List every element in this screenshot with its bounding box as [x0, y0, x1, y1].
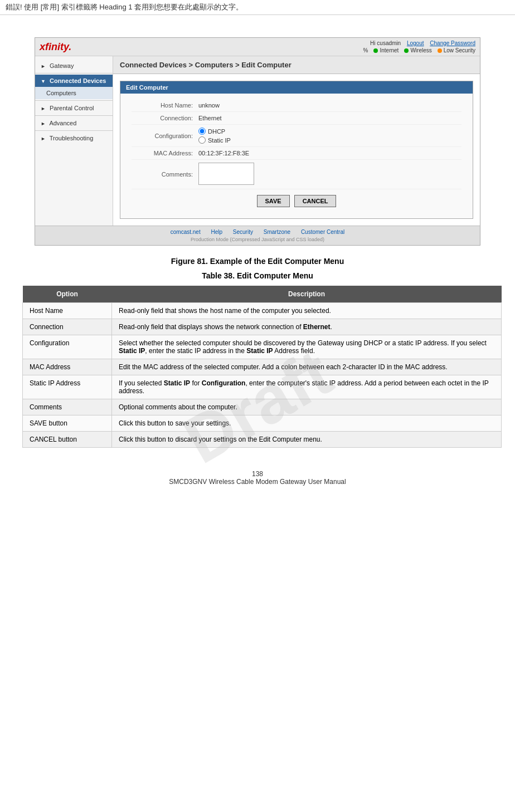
table-row: SAVE buttonClick this button to save you… [23, 415, 502, 432]
page-footer: 138 SMCD3GNV Wireless Cable Modem Gatewa… [22, 470, 493, 497]
comments-label: Comments: [132, 171, 198, 178]
table-cell-description: Read-only field that displays shows the … [112, 319, 502, 335]
page-content: xfinity. Hi cusadmin Logout Change Passw… [0, 15, 515, 508]
radio-static-label: Static IP [208, 137, 231, 144]
internet-label: Internet [380, 47, 399, 53]
form-buttons: SAVE CANCEL [132, 189, 461, 213]
sidebar-item-label: Parental Control [50, 105, 94, 111]
table-cell-option: Host Name [23, 303, 112, 319]
form-row-configuration: Configuration: DHCP Static IP [132, 125, 461, 147]
table-row: ConfigurationSelect whether the selected… [23, 335, 502, 359]
error-banner: 錯誤! 使用 [常用] 索引標籤將 Heading 1 套用到您想要在此處顯示的… [0, 0, 515, 15]
radio-dhcp-label: DHCP [208, 128, 225, 135]
footer-link-help[interactable]: Help [211, 229, 222, 235]
chevron-right-icon: ► [41, 121, 46, 126]
radio-static-input[interactable] [198, 136, 206, 144]
radio-group-config: DHCP Static IP [198, 128, 231, 144]
sidebar-item-label: Advanced [49, 120, 76, 126]
prod-mode-text: Production Mode (Compressed JavaScript a… [38, 237, 477, 242]
table-cell-option: Comments [23, 399, 112, 415]
table-cell-description: Select whether the selected computer sho… [112, 335, 502, 359]
page-heading: Connected Devices > Computers > Edit Com… [113, 56, 480, 74]
table-cell-description: Read-only field that shows the host name… [112, 303, 502, 319]
edit-computer-title: Edit Computer [120, 81, 473, 94]
percent-status: % [363, 47, 368, 53]
router-main: Connected Devices > Computers > Edit Com… [113, 56, 480, 226]
page-number: 138 [22, 470, 493, 478]
sidebar-divider-3 [35, 115, 113, 116]
internet-dot [373, 48, 378, 53]
footer-links: comcast.net Help Security Smartzone Cust… [38, 229, 477, 235]
table-cell-option: Static IP Address [23, 375, 112, 399]
form-row-mac: MAC Address: 00:12:3F:12:F8:3E [132, 147, 461, 160]
table-row: MAC AddressEdit the MAC address of the s… [23, 359, 502, 375]
sidebar-item-gateway[interactable]: ► Gateway [35, 60, 113, 72]
cancel-button[interactable]: CANCEL [294, 195, 337, 207]
table-row: ConnectionRead-only field that displays … [23, 319, 502, 335]
status-bar: % Internet Wireless Low Security [363, 47, 475, 53]
table-cell-description: Click this button to discard your settin… [112, 432, 502, 448]
table-cell-description: If you selected Static IP for Configurat… [112, 375, 502, 399]
sidebar-item-parental-control[interactable]: ► Parental Control [35, 102, 113, 114]
radio-static[interactable]: Static IP [198, 136, 231, 144]
configuration-value: DHCP Static IP [198, 128, 231, 144]
router-sidebar: ► Gateway ▼ Connected Devices Computers … [35, 56, 113, 226]
mac-value: 00:12:3F:12:F8:3E [198, 150, 249, 156]
wireless-status: Wireless [404, 47, 431, 53]
hostname-label: Host Name: [132, 102, 198, 109]
user-info: Hi cusadmin Logout Change Password [363, 40, 475, 46]
table-cell-option: Connection [23, 319, 112, 335]
footer-link-security[interactable]: Security [233, 229, 253, 235]
radio-dhcp[interactable]: DHCP [198, 128, 231, 135]
sidebar-divider-4 [35, 130, 113, 131]
comments-value [198, 163, 254, 186]
security-status: Low Security [438, 47, 475, 53]
change-password-link[interactable]: Change Password [430, 40, 475, 46]
sidebar-item-advanced[interactable]: ► Advanced [35, 117, 113, 129]
form-row-hostname: Host Name: unknow [132, 99, 461, 112]
table-cell-description: Optional comments about the computer. [112, 399, 502, 415]
footer-link-smartzone[interactable]: Smartzone [264, 229, 290, 235]
chevron-right-icon: ► [41, 106, 46, 111]
table-cell-description: Edit the MAC address of the selected com… [112, 359, 502, 375]
form-row-comments: Comments: [132, 160, 461, 189]
table-row: CANCEL buttonClick this button to discar… [23, 432, 502, 448]
table-cell-description: Click this button to save your settings. [112, 415, 502, 432]
connection-value: Ethernet [198, 115, 222, 121]
table-cell-option: MAC Address [23, 359, 112, 375]
radio-dhcp-input[interactable] [198, 128, 206, 135]
connection-label: Connection: [132, 115, 198, 121]
user-greeting: Hi cusadmin [370, 40, 401, 46]
percent-value: % [363, 47, 368, 53]
sidebar-divider-2 [35, 100, 113, 101]
wireless-dot [404, 48, 409, 53]
router-screenshot: xfinity. Hi cusadmin Logout Change Passw… [35, 37, 480, 246]
table-row: Static IP AddressIf you selected Static … [23, 375, 502, 399]
error-text: 錯誤! 使用 [常用] 索引標籤將 Heading 1 套用到您想要在此處顯示的… [6, 3, 243, 11]
table-cell-option: Configuration [23, 335, 112, 359]
table-cell-option: CANCEL button [23, 432, 112, 448]
save-button[interactable]: SAVE [257, 195, 290, 207]
router-topbar: xfinity. Hi cusadmin Logout Change Passw… [35, 38, 480, 56]
security-label: Low Security [444, 47, 475, 53]
col-header-option: Option [23, 286, 112, 303]
sidebar-item-connected-devices[interactable]: ▼ Connected Devices [35, 75, 113, 87]
edit-computer-form: Host Name: unknow Connection: Ethernet C… [120, 94, 473, 218]
logout-link[interactable]: Logout [407, 40, 424, 46]
footer-link-comcast[interactable]: comcast.net [171, 229, 201, 235]
router-footer: comcast.net Help Security Smartzone Cust… [35, 226, 480, 245]
security-dot [438, 48, 442, 53]
chevron-down-icon: ▼ [41, 79, 46, 84]
col-header-description: Description [112, 286, 502, 303]
wireless-label: Wireless [410, 47, 431, 53]
sidebar-item-label: Connected Devices [50, 77, 106, 84]
table-row: Host NameRead-only field that shows the … [23, 303, 502, 319]
sidebar-item-label: Troubleshooting [50, 135, 93, 141]
sidebar-item-computers[interactable]: Computers [35, 87, 113, 99]
edit-computer-box: Edit Computer Host Name: unknow Connecti… [120, 81, 473, 219]
table-row: CommentsOptional comments about the comp… [23, 399, 502, 415]
sidebar-item-troubleshooting[interactable]: ► Troubleshooting [35, 132, 113, 144]
footer-link-customer[interactable]: Customer Central [301, 229, 344, 235]
description-table: Option Description Host NameRead-only fi… [22, 286, 502, 448]
comments-textarea[interactable] [198, 163, 254, 185]
